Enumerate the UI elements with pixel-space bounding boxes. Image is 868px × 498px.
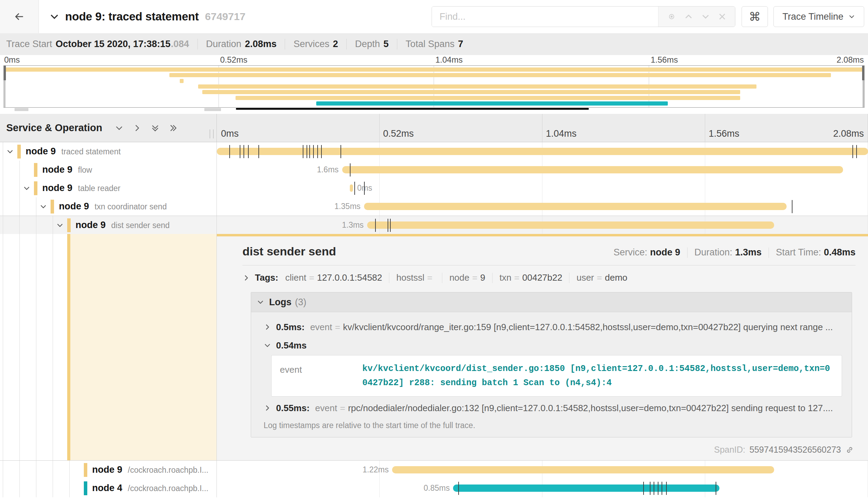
span-name-cell[interactable]: node 9/cockroach.roachpb.I... — [0, 461, 217, 479]
find-prev-icon[interactable] — [684, 12, 693, 21]
chevron-down-icon[interactable] — [39, 203, 47, 212]
log-event-table: eventkv/kvclient/kvcoord/dist_sender.go:… — [271, 355, 842, 397]
span-bar[interactable] — [342, 166, 843, 173]
ruler-tick: 0.52ms — [220, 55, 248, 65]
span-log-tick — [350, 163, 351, 176]
span-log-tick — [666, 482, 667, 495]
minimap-ruler: 0ms 0.52ms 1.04ms 1.56ms 2.08ms — [3, 55, 865, 65]
log-entry-expanded-header[interactable]: 0.54ms — [264, 338, 845, 353]
span-row[interactable]: node 4/cockroach.roachpb.I...0.85ms — [0, 479, 868, 497]
minimap-span-bar — [198, 84, 756, 89]
stat-total-spans: Total Spans 7 — [397, 39, 471, 49]
collapse-one-icon[interactable] — [115, 124, 124, 133]
span-name-cell[interactable]: node 9flow — [0, 161, 217, 179]
tag-key: hostssl — [396, 272, 424, 283]
tree-guide — [19, 161, 20, 179]
service-value: node 9 — [650, 247, 680, 258]
trace-timeline-page: node 9: traced statement 6749717 ⌘ — [0, 0, 868, 498]
locate-icon[interactable] — [667, 12, 676, 21]
tag-equals: = — [472, 272, 477, 283]
ruler-tick: 1.56ms — [651, 55, 678, 65]
tag-key: user — [576, 272, 594, 283]
service-color-chip — [17, 145, 21, 159]
service-name: node 9 — [42, 179, 72, 197]
find-input[interactable] — [432, 7, 658, 27]
tree-guide — [53, 234, 53, 460]
tree-guide — [53, 479, 53, 497]
operation-name: dist sender send — [111, 221, 170, 230]
collapse-all-icon[interactable] — [151, 124, 160, 133]
minimap-bars — [4, 66, 864, 107]
tag-key: txn — [499, 272, 512, 283]
minimap-right-handle[interactable] — [862, 66, 864, 80]
collapse-trace-chevron-icon[interactable] — [49, 11, 60, 22]
minimap-grab-handle[interactable] — [15, 108, 28, 111]
span-name-cell[interactable]: node 9table reader — [0, 179, 217, 197]
logs-header[interactable]: Logs (3) — [251, 292, 852, 312]
span-bar[interactable] — [367, 221, 774, 229]
deep-link-icon[interactable] — [845, 445, 854, 454]
span-log-tick — [662, 482, 662, 495]
span-row[interactable]: node 9txn coordinator send1.35ms — [0, 197, 868, 216]
view-selector-button[interactable]: Trace Timeline — [773, 6, 864, 27]
span-rows-top: node 9traced statementnode 9flow1.6msnod… — [0, 142, 868, 234]
log-entry-collapsed[interactable]: 0.55ms:event=rpc/nodedialer/nodedialer.g… — [264, 400, 845, 416]
span-bar[interactable] — [350, 184, 353, 192]
span-detail-indent-column — [0, 234, 217, 460]
minimap-span-bar — [316, 101, 668, 106]
find-bar — [432, 6, 735, 27]
span-duration-label: 1.22ms — [363, 461, 389, 479]
span-name-cell[interactable]: node 9traced statement — [0, 142, 217, 161]
operation-name: /cockroach.roachpb.I... — [128, 465, 209, 474]
span-bar[interactable] — [453, 485, 719, 492]
span-name-cell[interactable]: node 4/cockroach.roachpb.I... — [0, 479, 217, 497]
minimap-canvas[interactable] — [3, 65, 865, 108]
expand-all-icon[interactable] — [169, 124, 178, 133]
stat-depth: Depth 5 — [346, 39, 397, 49]
find-next-icon[interactable] — [701, 12, 710, 21]
tags-label: Tags: — [255, 272, 278, 283]
tags-row[interactable]: Tags: client=127.0.0.1:54582hostssl=node… — [242, 272, 856, 283]
span-bar[interactable] — [217, 148, 868, 155]
minimap-left-handle[interactable] — [4, 66, 6, 80]
clear-find-icon[interactable] — [718, 12, 726, 21]
span-log-tick — [375, 219, 376, 232]
span-row[interactable]: node 9traced statement — [0, 142, 868, 161]
span-log-tick — [313, 145, 314, 158]
span-row[interactable]: node 9/cockroach.roachpb.I...1.22ms — [0, 461, 868, 479]
span-row[interactable]: node 9flow1.6ms — [0, 161, 868, 179]
span-bar[interactable] — [364, 203, 787, 210]
span-log-tick — [340, 145, 341, 158]
minimap-scrollbar-thumb[interactable] — [236, 108, 589, 110]
operation-name: traced statement — [61, 147, 121, 156]
chevron-down-icon[interactable] — [6, 148, 14, 157]
minimap-grab-handle[interactable] — [204, 108, 221, 111]
span-log-tick — [248, 145, 249, 158]
minimap-span-bar — [169, 73, 831, 77]
chevron-down-icon[interactable] — [56, 221, 64, 230]
detail-accent-strip — [217, 234, 868, 236]
span-name-cell[interactable]: node 9dist sender send — [0, 216, 217, 234]
chevron-down-icon[interactable] — [23, 184, 30, 193]
span-row[interactable]: node 9table reader0ms — [0, 179, 868, 197]
service-color-chip — [34, 163, 37, 177]
expand-one-icon[interactable] — [133, 124, 142, 133]
find-suffix-controls — [658, 7, 735, 27]
span-log-tick — [654, 482, 654, 495]
tag-separator — [492, 273, 493, 283]
span-log-tick — [792, 200, 792, 213]
ruler-tick: 1.04ms — [435, 55, 463, 65]
log-entry-collapsed[interactable]: 0.5ms:event=kv/kvclient/kvcoord/range_it… — [264, 319, 845, 335]
span-bar[interactable] — [392, 466, 774, 473]
span-row[interactable]: node 9dist sender send1.3ms — [0, 216, 868, 234]
tag-separator — [569, 273, 569, 283]
span-log-tick — [364, 182, 365, 195]
span-name-cell[interactable]: node 9txn coordinator send — [0, 197, 217, 216]
back-button[interactable] — [0, 0, 39, 33]
tree-guide — [19, 179, 20, 197]
keyboard-shortcuts-button[interactable]: ⌘ — [742, 6, 768, 27]
tag-separator — [442, 273, 442, 283]
service-name: node 9 — [26, 142, 56, 161]
column-resizer-grip[interactable] — [210, 129, 214, 138]
span-timeline-cell — [217, 142, 868, 161]
